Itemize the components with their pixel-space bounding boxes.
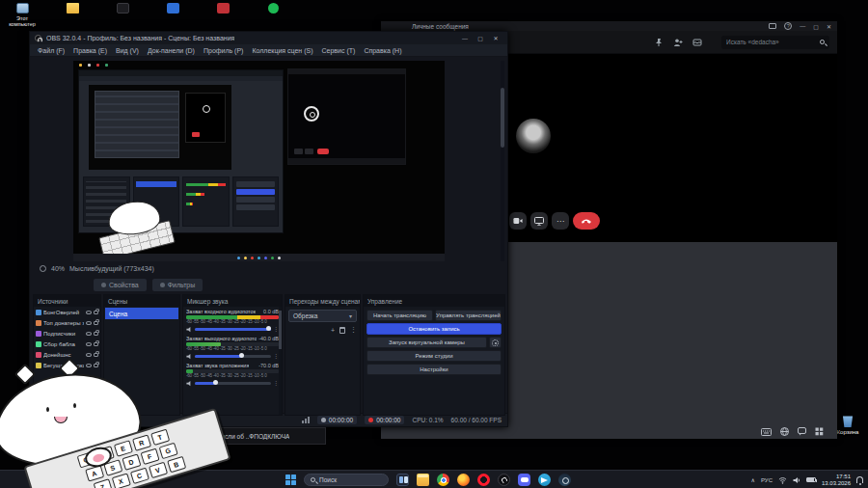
volume-slider[interactable] — [195, 328, 271, 331]
speaker-icon[interactable] — [186, 353, 193, 360]
cat-eye — [73, 403, 76, 408]
speaker-icon[interactable] — [186, 326, 193, 333]
taskbar-search[interactable]: Поиск — [304, 474, 389, 486]
source-item[interactable]: Сбор бабла — [34, 339, 100, 349]
scene-item-active[interactable]: Сцена — [105, 308, 178, 319]
taskbar-app-steam[interactable] — [558, 474, 571, 486]
mixer-dock-title[interactable]: Микшер звука — [183, 295, 282, 307]
stop-recording-button[interactable]: Остановить запись — [366, 323, 502, 335]
minimize-button[interactable]: — — [458, 33, 472, 43]
taskbar-app-chrome[interactable] — [437, 474, 449, 486]
wifi-icon[interactable] — [778, 476, 787, 484]
lock-icon[interactable] — [94, 332, 98, 336]
menu-file[interactable]: Файл (F) — [34, 46, 68, 55]
taskbar-app-task-view[interactable] — [396, 474, 409, 486]
scenes-dock-title[interactable]: Сцены — [104, 295, 179, 307]
manage-broadcast-button[interactable]: Управлять трансляцией — [435, 310, 502, 321]
keyboard-icon[interactable] — [761, 428, 772, 436]
taskbar-app-obs[interactable] — [498, 474, 510, 486]
virtual-camera-button[interactable]: Запуск виртуальной камеры — [366, 337, 487, 348]
lock-icon[interactable] — [94, 342, 98, 346]
taskbar-app-telegram[interactable] — [538, 474, 551, 486]
menu-help[interactable]: Справка (H) — [360, 46, 405, 55]
desktop-icon-app-green[interactable] — [257, 3, 289, 27]
taskbar-app-opera-gx[interactable] — [477, 474, 490, 486]
inbox-icon[interactable] — [692, 38, 702, 47]
start-button[interactable] — [285, 474, 296, 485]
minimize-button[interactable]: — — [800, 23, 805, 29]
taskbar-clock[interactable]: 17:51 13.03.2026 — [822, 474, 851, 486]
add-friend-icon[interactable] — [673, 38, 683, 47]
obs-titlebar[interactable]: OBS 32.0.4 - Профиль: Без названия - Сце… — [30, 32, 507, 44]
discord-search-box[interactable] — [721, 36, 829, 49]
preview-zoom-value: 40% — [51, 265, 65, 272]
source-item[interactable]: БонгОверлей — [34, 307, 100, 317]
hangup-button[interactable] — [573, 212, 600, 230]
close-button[interactable]: ✕ — [489, 33, 502, 43]
battery-icon[interactable] — [806, 477, 816, 482]
grid-icon[interactable] — [815, 427, 824, 436]
studio-mode-button[interactable]: Режим студии — [366, 350, 502, 362]
menu-tools[interactable]: Сервис (T) — [318, 46, 360, 55]
menu-profile[interactable]: Профиль (P) — [200, 46, 248, 55]
maximize-button[interactable]: ▢ — [474, 33, 487, 43]
start-streaming-button[interactable]: Начать трансляцию — [366, 310, 433, 321]
menu-view[interactable]: Вид (V) — [112, 46, 143, 55]
language-indicator[interactable]: РУС — [761, 477, 773, 483]
visibility-icon[interactable] — [86, 353, 92, 357]
taskbar-app-explorer[interactable] — [417, 474, 429, 486]
visibility-icon[interactable] — [86, 311, 92, 314]
camera-button[interactable] — [509, 212, 527, 230]
source-item[interactable]: Подписчики — [34, 328, 100, 339]
virtual-camera-config-button[interactable] — [489, 337, 502, 348]
menu-scene-collection[interactable]: Коллекция сцен (S) — [248, 46, 316, 55]
globe-icon[interactable] — [780, 427, 789, 436]
visibility-icon[interactable] — [86, 332, 92, 336]
notification-bell-icon[interactable] — [856, 476, 863, 483]
sources-dock-title[interactable]: Источники — [34, 295, 100, 307]
cat-ear — [14, 364, 37, 386]
visibility-icon[interactable] — [86, 321, 92, 325]
help-icon[interactable]: ? — [784, 22, 792, 30]
visibility-icon[interactable] — [86, 342, 92, 346]
transition-select[interactable]: Обрезка ▾ — [288, 310, 357, 322]
obs-preview-canvas[interactable] — [73, 61, 445, 261]
taskbar-app-firefox[interactable] — [457, 474, 470, 486]
discord-search-input[interactable] — [726, 39, 820, 45]
source-item[interactable]: Топ донатеры за в — [34, 317, 100, 328]
lock-icon[interactable] — [94, 353, 98, 357]
close-button[interactable]: ✕ — [827, 23, 831, 30]
message-icon[interactable] — [798, 427, 806, 436]
channel-db: 0.0 dB — [263, 309, 279, 315]
lock-icon[interactable] — [94, 321, 98, 325]
lock-icon[interactable] — [94, 311, 98, 314]
add-transition-button[interactable]: + — [331, 327, 335, 334]
volume-icon[interactable] — [793, 476, 800, 484]
properties-button[interactable]: Свойства — [94, 279, 147, 291]
filters-button[interactable]: Фильтры — [152, 279, 203, 291]
desktop-icon-folder[interactable] — [56, 3, 89, 27]
desktop-icon-this-pc[interactable]: Этот компьютер — [6, 3, 39, 27]
screen-icon[interactable] — [769, 23, 776, 29]
desktop-icon-app-red[interactable] — [206, 3, 239, 27]
call-avatar[interactable] — [516, 119, 551, 153]
settings-button[interactable]: Настройки — [366, 364, 502, 375]
tray-overflow-chevron[interactable]: ∧ — [751, 476, 755, 483]
desktop-icon-app-dark[interactable] — [106, 3, 139, 27]
menu-docks[interactable]: Док-панели (D) — [144, 46, 199, 55]
pin-icon[interactable] — [654, 38, 664, 47]
taskbar-app-discord[interactable] — [518, 474, 530, 486]
mixer-scrollbar[interactable] — [279, 307, 282, 415]
more-options-button[interactable]: ⋯ — [552, 212, 569, 230]
transitions-dock-title[interactable]: Переходы между сценам... — [285, 295, 360, 307]
preview-scrollbar[interactable] — [501, 61, 504, 261]
menu-edit[interactable]: Правка (E) — [69, 46, 111, 55]
discord-titlebar[interactable]: Личные сообщения ? — ▢ ✕ — [381, 21, 837, 31]
screenshare-button[interactable] — [530, 212, 548, 230]
controls-dock-title[interactable]: Управление — [364, 295, 504, 307]
volume-slider[interactable] — [195, 355, 271, 358]
maximize-button[interactable]: ▢ — [813, 23, 819, 30]
transition-options-icon[interactable]: ⋮ — [350, 326, 357, 334]
remove-transition-icon[interactable] — [339, 327, 345, 334]
desktop-icon-app-blue[interactable] — [156, 3, 189, 27]
